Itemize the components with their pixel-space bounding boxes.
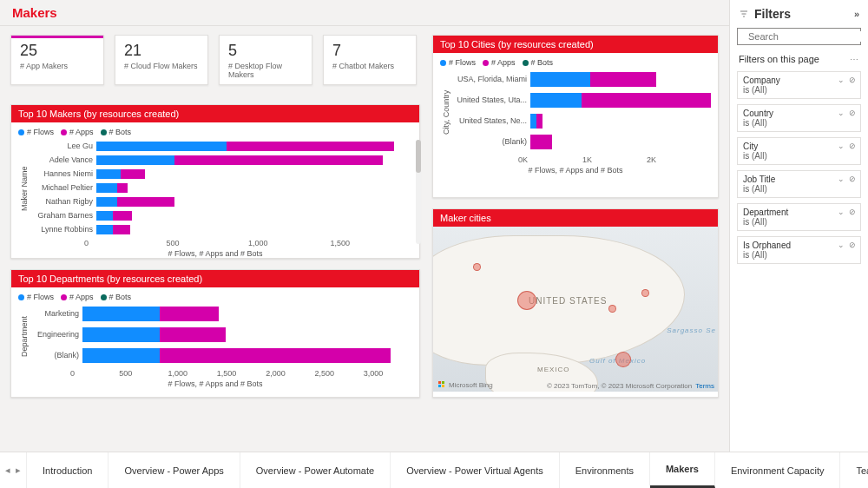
top-makers-visual[interactable]: Top 10 Makers (by resources created) # F… [10,104,420,259]
filter-card[interactable]: Is Orphanedis (All)⌄⊘ [737,236,861,264]
tab-nav-next-icon[interactable]: ▸ [16,465,21,476]
bar-row[interactable]: Lynne Robbins [30,223,412,235]
chevron-down-icon[interactable]: ⌄ [838,175,845,183]
page-tab[interactable]: Environments [560,452,650,488]
bar-row[interactable]: United States, Uta... [452,91,711,109]
bar-segment[interactable] [117,183,128,193]
top-cities-visual[interactable]: Top 10 Cities (by resources created) # F… [432,35,719,198]
tab-nav-prev-icon[interactable]: ◂ [5,465,10,476]
visual-title: Top 10 Cities (by resources created) [433,36,718,53]
filter-card[interactable]: Countryis (All)⌄⊘ [737,104,861,132]
page-tab[interactable]: Overview - Power Apps [108,452,240,488]
bar-segment[interactable] [96,225,113,234]
kpi-card[interactable]: 7# Chatbot Makers [323,35,417,85]
kpi-value: 21 [124,42,199,60]
map-canvas[interactable]: UNITED STATES MEXICO Gulf of Mexico Sarg… [433,227,718,392]
bar-category-label: (Blank) [30,351,82,359]
chevron-down-icon[interactable]: ⌄ [838,208,845,216]
map-bubble[interactable] [641,289,649,297]
collapse-filters-icon[interactable]: » [854,9,859,19]
page-tab[interactable]: Teams Environments [840,452,868,488]
page-title: Makers [0,0,729,26]
bar-row[interactable]: Adele Vance [30,154,412,166]
bar-segment[interactable] [82,327,160,342]
bar-segment[interactable] [117,197,174,207]
bar-row[interactable]: (Blank) [30,346,412,364]
filters-pane: Filters » Filters on this page ⋯ Company… [729,0,868,452]
bar-segment[interactable] [160,327,226,342]
bar-segment[interactable] [96,197,117,207]
bar-segment[interactable] [96,142,227,151]
bar-segment[interactable] [82,348,160,363]
filter-card[interactable]: Companyis (All)⌄⊘ [737,71,861,99]
bar-segment[interactable] [530,72,590,87]
filters-search-input[interactable] [748,31,868,42]
filters-search[interactable] [737,28,861,45]
bar-row[interactable]: Engineering [30,326,412,343]
bar-segment[interactable] [530,135,552,149]
kpi-card[interactable]: 5# Desktop Flow Makers [219,35,312,85]
kpi-card[interactable]: 21# Cloud Flow Makers [115,35,208,85]
svg-rect-0 [438,381,441,384]
page-tab[interactable]: Introduction [27,452,108,488]
filter-card[interactable]: Job Titleis (All)⌄⊘ [737,170,861,198]
bar-row[interactable]: Hannes Niemi [30,168,412,180]
chevron-down-icon[interactable]: ⌄ [838,109,845,117]
bar-segment[interactable] [96,211,113,221]
bar-row[interactable]: (Blank) [452,133,711,150]
legend: # Flows # Apps # Bots [440,58,711,67]
bar-segment[interactable] [121,169,145,179]
map-bubble[interactable] [615,352,631,367]
filters-section-more-icon[interactable]: ⋯ [850,55,859,64]
kpi-card[interactable]: 25# App Makers [10,35,104,85]
bar-segment[interactable] [536,114,542,129]
maker-cities-map[interactable]: Maker cities UNITED STATES MEXICO Gulf o… [432,208,719,398]
bar-segment[interactable] [530,114,536,129]
bar-segment[interactable] [113,211,131,221]
bar-segment[interactable] [113,225,129,234]
scrollbar[interactable] [416,140,421,244]
bar-row[interactable]: Nathan Rigby [30,195,412,208]
bar-segment[interactable] [582,93,711,108]
bar-segment[interactable] [96,169,121,179]
filter-card[interactable]: Cityis (All)⌄⊘ [737,137,861,165]
page-tab[interactable]: Overview - Power Virtual Agents [391,452,560,488]
bar-row[interactable]: Marketing [30,305,412,322]
bar-segment[interactable] [96,183,117,193]
clear-filter-icon[interactable]: ⊘ [849,241,856,249]
map-bubble[interactable] [473,263,481,271]
filter-card[interactable]: Departmentis (All)⌄⊘ [737,203,861,231]
clear-filter-icon[interactable]: ⊘ [849,109,856,117]
clear-filter-icon[interactable]: ⊘ [849,175,856,183]
bar-row[interactable]: United States, Ne... [452,112,711,129]
bar-segment[interactable] [590,72,655,87]
map-bubble[interactable] [608,305,616,313]
map-bubble[interactable] [517,291,536,310]
bar-segment[interactable] [160,307,219,321]
bar-row[interactable]: Lee Gu [30,140,412,152]
bar-segment[interactable] [530,93,582,108]
chevron-down-icon[interactable]: ⌄ [838,76,845,84]
bar-segment[interactable] [227,142,394,151]
x-tick: 1,000 [168,369,217,378]
clear-filter-icon[interactable]: ⊘ [849,76,856,84]
page-tab[interactable]: Makers [650,452,715,488]
chevron-down-icon[interactable]: ⌄ [838,142,845,150]
clear-filter-icon[interactable]: ⊘ [849,142,856,150]
bar-row[interactable]: USA, Florida, Miami [452,70,711,88]
top-departments-visual[interactable]: Top 10 Departments (by resources created… [10,269,420,398]
chevron-down-icon[interactable]: ⌄ [838,241,845,249]
page-tab[interactable]: Environment Capacity [715,452,841,488]
filter-value: is (All) [743,217,855,227]
bar-segment[interactable] [174,155,383,165]
clear-filter-icon[interactable]: ⊘ [849,208,856,216]
map-terms-link[interactable]: Terms [695,382,714,390]
apps-legend-dot [483,60,489,66]
page-tab[interactable]: Overview - Power Automate [240,452,391,488]
bar-row[interactable]: Michael Peltier [30,181,412,194]
bar-segment[interactable] [96,155,174,165]
bar-row[interactable]: Graham Barnes [30,209,412,221]
bar-segment[interactable] [160,348,391,363]
bing-icon [437,379,447,390]
bar-segment[interactable] [82,307,160,321]
